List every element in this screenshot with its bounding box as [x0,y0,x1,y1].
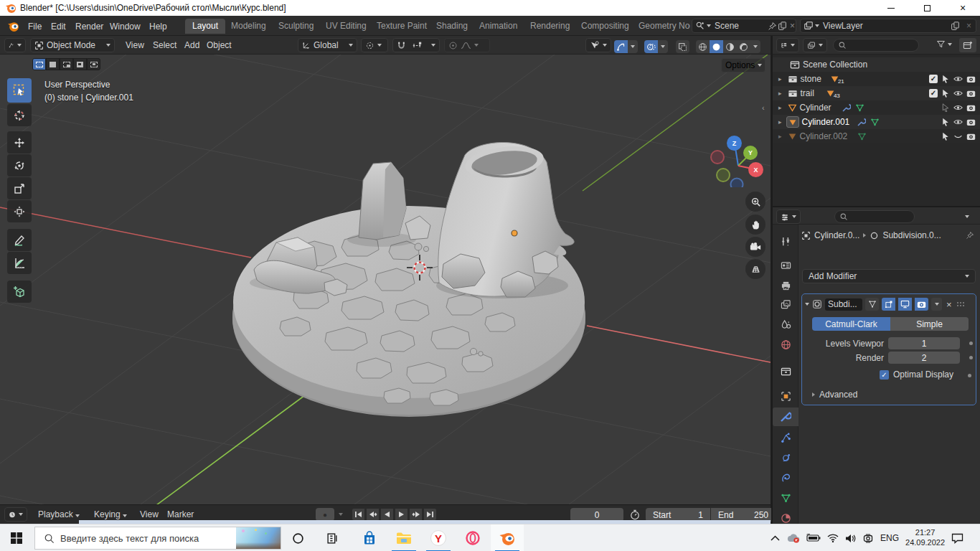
viewlayer-name[interactable]: ViewLayer [823,21,863,31]
hide-viewport-icon[interactable] [953,89,963,98]
tab-physics-properties[interactable] [773,448,798,467]
wifi-icon[interactable] [827,534,839,542]
tool-add-cube[interactable] [7,281,32,303]
scene-selector[interactable]: Scene × [692,19,796,33]
editor-type-button[interactable] [4,38,26,52]
tab-particle-properties[interactable] [773,428,798,447]
next-keyframe-button[interactable] [409,508,423,521]
modifier-realtime-toggle[interactable] [898,298,912,311]
tab-tool-properties[interactable] [773,232,798,250]
navigation-gizmo[interactable]: Z Y X [707,123,771,187]
scene-browse-icon[interactable] [695,21,705,31]
outliner-row-trail[interactable]: ▸ trail 43 ✓ [773,86,980,100]
optimal-display-checkbox[interactable]: ✓ [880,370,889,380]
timeline-menu-view[interactable]: View [136,509,162,520]
gizmos-dropdown[interactable] [628,40,638,53]
tab-scene-properties[interactable] [773,315,798,334]
selectable-icon[interactable] [941,118,950,126]
tool-move[interactable] [7,131,32,154]
properties-search-field[interactable] [834,210,915,223]
simple-button[interactable]: Simple [890,317,969,331]
zoom-button[interactable] [745,192,765,212]
camera-view-button[interactable] [745,237,765,257]
outliner-display-mode[interactable] [803,38,827,52]
sidebar-collapse-arrow[interactable]: ‹ [762,103,765,112]
new-viewlayer-icon[interactable] [951,22,960,31]
tab-shading[interactable]: Shading [429,19,475,34]
taskbar-yandex-button[interactable]: Y [422,524,455,551]
select-mode-intersect[interactable] [87,58,100,70]
keying-options-chevron[interactable] [339,513,343,516]
transform-orientation-dropdown[interactable]: Global [298,38,357,52]
play-reverse-button[interactable] [380,508,394,521]
menu-window[interactable]: Window [105,20,145,33]
notification-center-icon[interactable] [951,533,963,544]
falloff-curve-icon[interactable] [461,41,471,50]
advanced-section-header[interactable]: Advanced [812,390,857,400]
viewlayer-browse-icon[interactable] [804,21,814,31]
onedrive-error-icon[interactable] [786,533,800,543]
tab-modifier-properties[interactable] [773,408,798,426]
taskbar-search-box[interactable]: Введите здесь текст для поиска [34,527,281,550]
modifier-on-cage-toggle[interactable] [865,298,879,311]
language-indicator[interactable]: ENG [880,533,899,543]
pivot-point-dropdown[interactable] [361,38,388,52]
outliner-search-field[interactable] [833,39,919,52]
tab-collection-properties[interactable] [773,362,798,381]
outliner-row-cylinder-001[interactable]: ▸ Cylinder.001 [773,115,980,129]
object-visibility-dropdown[interactable] [585,38,611,52]
render-levels-field[interactable]: 2 [888,352,960,364]
battery-icon[interactable] [806,534,821,542]
viewport-canvas[interactable]: Options User Perspective (0) stone | Cyl… [0,55,771,504]
axis-z-ball[interactable]: Z [727,136,742,151]
modifier-render-toggle[interactable] [915,298,928,311]
camera-tray-icon[interactable] [862,534,874,543]
properties-editor-type-button[interactable] [776,209,801,224]
selectable-icon[interactable] [941,89,950,98]
unlink-scene-icon[interactable]: × [790,21,795,31]
tab-layout[interactable]: Layout [185,19,225,34]
select-mode-invert[interactable] [73,58,87,70]
outliner-filter-button[interactable] [936,39,952,49]
selectable-icon[interactable] [941,132,950,141]
optimal-animate-dot[interactable] [968,374,971,377]
tab-viewlayer-properties[interactable] [773,295,798,314]
outliner-row-scene-collection[interactable]: Scene Collection [773,57,980,72]
tool-annotate[interactable] [7,229,32,251]
mode-dropdown[interactable]: Object Mode [30,38,115,52]
expand-icon[interactable]: ▸ [778,104,782,111]
hide-viewport-icon[interactable] [953,118,963,126]
tool-transform[interactable] [7,200,32,222]
pan-button[interactable] [745,215,765,235]
viewport-menu-object[interactable]: Object [203,39,235,51]
render-animate-dot[interactable] [969,356,973,359]
start-button[interactable] [0,524,33,551]
snap-target-icon[interactable] [412,41,423,50]
catmull-clark-button[interactable]: Catmull-Clark [812,317,890,331]
tab-object-properties[interactable] [773,387,798,405]
menu-file[interactable]: File [24,20,46,33]
menu-help[interactable]: Help [145,20,171,33]
search-highlight-image[interactable] [236,527,281,550]
expand-icon[interactable]: ▸ [778,75,782,83]
cortana-button[interactable] [281,524,314,551]
tab-output-properties[interactable] [773,276,798,295]
jump-to-start-button[interactable] [352,508,365,521]
collection-checkbox[interactable]: ✓ [929,75,938,83]
breadcrumb-pin-icon[interactable] [966,231,974,240]
tab-compositing[interactable]: Compositing [574,19,636,34]
tool-rotate[interactable] [7,154,32,176]
xray-toggle[interactable] [676,40,689,53]
show-gizmos-toggle[interactable] [614,40,628,53]
select-mode-extend[interactable] [46,58,60,70]
tab-object-data-properties[interactable] [773,489,798,507]
new-scene-icon[interactable] [778,22,787,31]
proportional-edit-icon[interactable] [448,41,458,50]
axis-y-ball[interactable]: Y [743,146,758,160]
menu-render[interactable]: Render [71,20,108,33]
selectable-icon[interactable] [941,103,950,112]
clock-tray[interactable]: 21:27 24.09.2022 [905,528,945,548]
proportional-edit-controls[interactable] [444,38,490,52]
disable-render-icon[interactable] [966,75,976,83]
tray-expand-chevron[interactable] [771,535,780,541]
